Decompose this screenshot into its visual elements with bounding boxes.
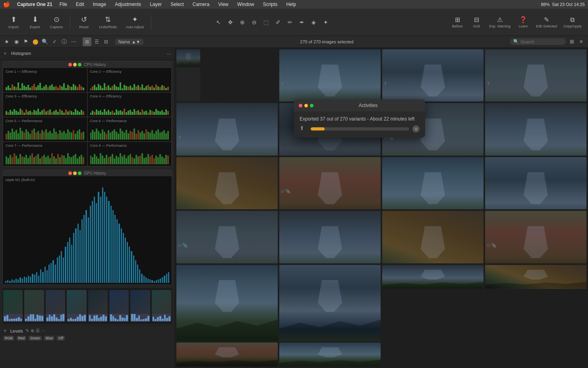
exp-warning-button[interactable]: ⚠ Exp. Warning (487, 14, 513, 30)
photo-upload-icon[interactable]: ⬆ (487, 81, 490, 86)
photo-cell-bottom-P0003443.IIQ[interactable] (382, 265, 484, 289)
export-button[interactable]: ⬇ Export (25, 14, 44, 31)
copy-apply-button[interactable]: ⧉ Copy/Apply (561, 15, 584, 30)
flag-icon[interactable]: ⚑ (22, 38, 29, 45)
circle-icon[interactable]: ◉ (13, 38, 20, 45)
photo-upload-icon[interactable]: ⬆ (281, 81, 284, 86)
checkmark-icon[interactable]: ✓ (51, 38, 58, 45)
menu-image[interactable]: Image (91, 2, 108, 7)
cursor-tool-6[interactable]: ✐ (273, 17, 284, 28)
levels-edit-icon[interactable]: ✎ (25, 328, 29, 333)
photo-cell-P0003431.IIQ[interactable]: ⬆P0003431.IIQ (485, 49, 586, 101)
photo-cell-P0003437.IIQ[interactable]: ⊟📎P0003437.IIQ (279, 157, 381, 209)
levels-blue-button[interactable]: Blue (44, 336, 54, 341)
menu-adjustments[interactable]: Adjustments (113, 2, 143, 7)
photo-cell-P0003445.IIQ[interactable]: P0003445.IIQ (279, 265, 381, 341)
menu-edit[interactable]: Edit (74, 2, 86, 7)
thumbnail-0[interactable] (3, 290, 23, 322)
auto-adjust-button[interactable]: ✦ Auto Adjust (123, 14, 147, 31)
menu-scripts[interactable]: Scripts (261, 2, 279, 7)
histogram-collapse-arrow[interactable]: ▼ (3, 51, 8, 56)
photo-cell-P0003443.IIQ[interactable]: ⊟📎P0003443.IIQ (485, 211, 586, 263)
thumbnail-5[interactable] (109, 290, 129, 322)
menu-camera[interactable]: Camera (191, 2, 211, 7)
info-icon[interactable]: ⓘ (60, 38, 68, 45)
gpu-maximize-dot[interactable] (78, 171, 81, 175)
menu-layer[interactable]: Layer (148, 2, 163, 7)
thumbnail-3[interactable] (67, 290, 86, 322)
photo-cell-partial-left[interactable] (176, 49, 200, 101)
levels-off-button[interactable]: Off (57, 336, 65, 341)
activities-minimize-dot[interactable] (304, 104, 308, 107)
thumbnail-7[interactable] (152, 290, 171, 322)
menu-file[interactable]: File (58, 2, 69, 7)
gpu-close-dot[interactable] (68, 171, 72, 175)
photo-cell-P0003436.IIQ[interactable]: P0003436.IIQ (176, 157, 278, 209)
photo-cell-bottom-P0003444.IIQ[interactable] (485, 265, 586, 289)
reset-button[interactable]: ↺ Reset (74, 14, 93, 31)
photo-cell-P0003444.IIQ[interactable]: P0003444.IIQ (176, 265, 278, 341)
photo-cell-P0003442.IIQ[interactable]: P0003442.IIQ (382, 211, 484, 263)
photo-cell-bottom-P0003445.IIQ[interactable] (176, 343, 278, 366)
photo-cell-P0003435.IIQ[interactable]: P0003435.IIQ (485, 103, 586, 155)
photo-cell-P0003429.IIQ[interactable]: ⬆P0003429.IIQ (279, 49, 381, 101)
levels-collapse-arrow[interactable]: ▼ (3, 329, 8, 333)
levels-rgb-button[interactable]: RGB (3, 336, 14, 341)
menu-view[interactable]: View (217, 2, 230, 7)
levels-more-icon[interactable]: ··· (41, 328, 45, 333)
cursor-tool-8[interactable]: ✒ (296, 17, 308, 28)
menu-window[interactable]: Window (236, 2, 256, 7)
thumbnail-6[interactable] (130, 290, 150, 322)
sort-dropdown[interactable]: Name ▲▼ (115, 39, 143, 45)
color-icon[interactable]: ⬤ (32, 38, 39, 45)
cursor-tool-3[interactable]: ⊕ (237, 17, 248, 28)
close-dot[interactable] (68, 63, 72, 66)
photo-cell-P0003439.IIQ[interactable]: P0003439.IIQ (485, 157, 586, 209)
activities-close-dot[interactable] (299, 104, 302, 107)
photo-cell-P0003440.IIQ[interactable]: ⊟📎P0003440.IIQ (176, 211, 278, 263)
before-button[interactable]: ⊞ Before (449, 14, 466, 30)
activities-maximize-dot[interactable] (310, 104, 313, 107)
list-view-button[interactable]: ☰ (92, 37, 101, 46)
photo-cell-bottom-P0003446.IIQ[interactable] (279, 343, 381, 366)
gpu-minimize-dot[interactable] (73, 171, 77, 175)
apple-menu[interactable]: 🍎 (3, 1, 10, 8)
edit-selected-button[interactable]: ✎ Edit Selected (534, 14, 559, 30)
search-bar[interactable]: 🔍 (510, 38, 566, 45)
levels-red-button[interactable]: Red (17, 336, 27, 341)
magnifier-icon[interactable]: 🔍 (41, 38, 48, 45)
menu-help[interactable]: Help (284, 2, 298, 7)
cursor-tool-7[interactable]: ✏ (284, 17, 296, 28)
photo-cell-P0003430.IIQ[interactable]: ⬆P0003430.IIQ (382, 49, 484, 101)
cursor-tool-2[interactable]: ✥ (225, 17, 236, 28)
filmstrip-view-button[interactable]: ⊟ (102, 37, 110, 46)
capture-button[interactable]: ⊙ Capture (47, 14, 66, 31)
grid-view-button[interactable]: ⊞ (83, 37, 91, 46)
levels-auto-icon[interactable]: ⊕ (31, 328, 34, 333)
search-input[interactable] (520, 39, 560, 44)
minimize-dot[interactable] (73, 63, 77, 66)
progress-cancel-button[interactable]: ✕ (412, 125, 420, 132)
thumbnail-2[interactable] (46, 290, 65, 322)
grid-button[interactable]: ⊟ Grid (468, 14, 485, 30)
histogram-options-button[interactable]: ··· (166, 51, 171, 57)
thumbnail-1[interactable] (24, 290, 44, 322)
cursor-tool-4[interactable]: ⊖ (249, 17, 260, 28)
photo-cell-P0003432.IIQ[interactable]: ⬆P0003432.IIQ (176, 103, 278, 155)
cursor-tool-1[interactable]: ↖ (213, 17, 224, 28)
cursor-tool-5[interactable]: ⬚ (261, 17, 272, 28)
undo-redo-button[interactable]: ⇅ Undo/Redo (96, 14, 120, 31)
import-button[interactable]: ⬆ Import (4, 14, 23, 31)
learn-button[interactable]: ❓ Learn (514, 14, 532, 30)
star-icon[interactable]: ★ (3, 38, 10, 45)
photo-upload-icon[interactable]: ⬆ (178, 135, 181, 140)
levels-green-button[interactable]: Green (29, 336, 42, 341)
levels-list-icon[interactable]: ☰ (36, 328, 40, 333)
menu-select[interactable]: Select (169, 2, 185, 7)
photo-cell-P0003438.IIQ[interactable]: P0003438.IIQ (382, 157, 484, 209)
photo-upload-icon[interactable]: ⬆ (384, 81, 387, 86)
photo-cell-P0003441.IIQ[interactable]: P0003441.IIQ (279, 211, 381, 263)
thumbnail-4[interactable] (88, 290, 108, 322)
cursor-tool-10[interactable]: ✦ (320, 17, 331, 28)
maximize-dot[interactable] (78, 63, 81, 66)
